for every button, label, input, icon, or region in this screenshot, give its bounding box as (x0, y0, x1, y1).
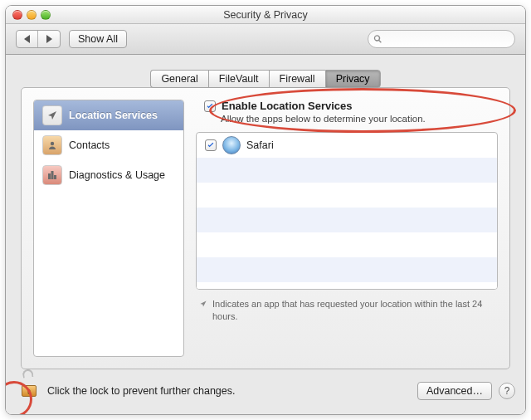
lock-icon (22, 385, 37, 397)
apps-alt-row (197, 183, 497, 208)
apps-alt-row (197, 158, 497, 183)
apps-alt-row (197, 232, 497, 257)
sidebar-item-contacts-label: Contacts (69, 139, 110, 151)
tab-general-label: General (161, 73, 197, 85)
toolbar: Show All (6, 24, 525, 55)
lock-shackle-icon (22, 369, 33, 378)
back-button[interactable] (17, 31, 38, 47)
app-safari-checkbox[interactable] (205, 139, 217, 151)
location-arrow-icon (42, 105, 62, 125)
search-input[interactable] (386, 32, 509, 46)
tab-filevault[interactable]: FileVault (208, 70, 269, 88)
prefs-window: Security & Privacy Show All General File… (5, 5, 526, 415)
svg-point-0 (51, 142, 54, 145)
sidebar-item-contacts[interactable]: Contacts (34, 130, 183, 160)
forward-button[interactable] (38, 31, 60, 47)
advanced-button-label: Advanced… (426, 385, 483, 397)
enable-location-label: Enable Location Services (222, 100, 353, 112)
titlebar: Security & Privacy (6, 6, 525, 24)
svg-rect-1 (48, 173, 51, 179)
enable-location-desc: Allow the apps below to determine your l… (221, 114, 493, 124)
help-button[interactable]: ? (499, 383, 515, 399)
apps-alt-row (197, 282, 497, 290)
app-safari-label: Safari (246, 139, 274, 151)
app-row-safari[interactable]: Safari (197, 133, 497, 158)
safari-icon (222, 136, 241, 154)
advanced-button[interactable]: Advanced… (417, 382, 492, 400)
content-area: General FileVault Firewall Privacy Locat… (6, 55, 525, 414)
svg-rect-2 (51, 171, 54, 179)
search-icon (373, 34, 382, 44)
apps-alt-row (197, 257, 497, 282)
tab-privacy[interactable]: Privacy (325, 70, 381, 88)
privacy-main: Enable Location Services Allow the apps … (196, 100, 498, 357)
lock-hint-text: Click the lock to prevent further change… (47, 385, 236, 397)
tab-bar: General FileVault Firewall Privacy (150, 70, 380, 88)
show-all-label: Show All (78, 33, 118, 45)
privacy-sidebar: Location Services Contacts Diagnostics &… (33, 100, 184, 357)
sidebar-item-location[interactable]: Location Services (34, 100, 183, 130)
chevron-right-icon (46, 35, 52, 43)
tab-general[interactable]: General (150, 70, 207, 88)
privacy-panel: Location Services Contacts Diagnostics &… (21, 87, 510, 369)
sidebar-item-diagnostics[interactable]: Diagnostics & Usage (34, 160, 183, 190)
apps-alt-row (197, 208, 497, 232)
chevron-left-icon (24, 35, 30, 43)
tab-filevault-label: FileVault (219, 73, 259, 85)
tab-firewall[interactable]: Firewall (269, 70, 325, 88)
show-all-button[interactable]: Show All (69, 30, 127, 48)
nav-back-forward-segment (16, 30, 61, 48)
enable-location-checkbox[interactable] (204, 100, 216, 112)
sidebar-item-diagnostics-label: Diagnostics & Usage (69, 169, 165, 181)
apps-list: Safari (196, 132, 498, 290)
diagnostics-icon (42, 165, 62, 185)
contacts-icon (42, 135, 62, 155)
sidebar-item-location-label: Location Services (69, 110, 158, 121)
tab-firewall-label: Firewall (280, 73, 315, 85)
tab-privacy-label: Privacy (336, 73, 370, 85)
location-footnote-text: Indicates an app that has requested your… (212, 298, 494, 324)
lock-button[interactable] (16, 378, 42, 404)
bottom-bar: Click the lock to prevent further change… (16, 378, 515, 404)
search-field-wrap[interactable] (368, 30, 515, 48)
location-arrow-icon (199, 300, 207, 308)
window-title: Security & Privacy (6, 6, 525, 24)
svg-rect-3 (54, 175, 56, 179)
location-footnote: Indicates an app that has requested your… (196, 290, 498, 324)
